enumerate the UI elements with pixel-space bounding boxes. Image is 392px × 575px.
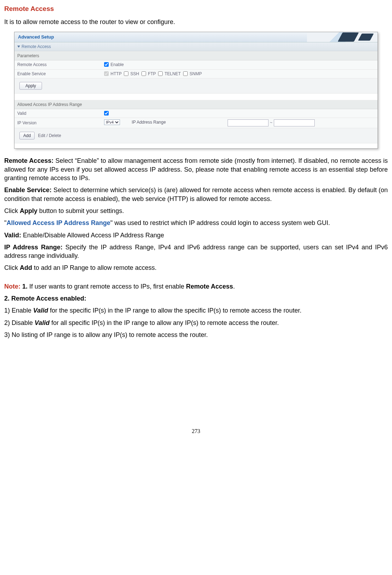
remote-access-row-label: Remote Access — [14, 60, 101, 69]
ip-version-row-label: IP Version — [14, 118, 101, 128]
note-2-item-3: 3) No listing of IP range is to allow an… — [4, 331, 388, 339]
enable-service-paragraph: Enable Service: Select to determine whic… — [4, 186, 388, 203]
edit-delete-link[interactable]: Edit / Delete — [38, 133, 61, 138]
table-row: Enable Service HTTP SSH FTP TELNET SNMP — [14, 69, 378, 78]
tilde-separator: ~ — [269, 120, 274, 125]
chevron-down-icon — [17, 46, 20, 48]
remote-access-section-header[interactable]: Remote Access — [14, 42, 378, 51]
ip-range-end-input[interactable] — [274, 119, 315, 126]
enable-label: Enable — [110, 62, 123, 67]
header-decoration — [307, 32, 378, 42]
add-button[interactable]: Add — [19, 132, 35, 140]
enable-service-options: HTTP SSH FTP TELNET SNMP — [101, 69, 378, 78]
router-screenshot: Advanced Setup Remote Access Parameters … — [14, 32, 378, 149]
apply-button[interactable]: Apply — [19, 82, 42, 90]
table-row: Add Edit / Delete — [14, 128, 378, 143]
note-2-item-2: 2) Disable Valid for all specific IP(s) … — [4, 319, 388, 327]
page-number: 273 — [4, 427, 388, 435]
ftp-label: FTP — [148, 71, 156, 76]
apply-paragraph: Click Apply button to submit your settin… — [4, 207, 388, 215]
note-2-item-1: 1) Enable Valid for the specific IP(s) i… — [4, 306, 388, 315]
parameters-header: Parameters — [14, 51, 378, 60]
add-paragraph: Click Add to add an IP Range to allow re… — [4, 263, 388, 272]
telnet-label: TELNET — [164, 71, 181, 76]
snmp-label: SNMP — [189, 71, 202, 76]
allowed-range-header: Allowed Access IP Address Range — [14, 100, 378, 109]
valid-paragraph: Valid: Enable/Disable Allowed Access IP … — [4, 231, 388, 239]
snmp-checkbox[interactable] — [183, 71, 188, 76]
ip-range-label: IP Address Range — [121, 120, 166, 125]
note-1: Note: 1. If user wants to grant remote a… — [4, 282, 388, 291]
parameters-table: Remote Access Enable Enable Service HTTP… — [14, 60, 378, 100]
telnet-checkbox[interactable] — [158, 71, 163, 76]
ssh-label: SSH — [130, 71, 139, 76]
http-label: HTTP — [110, 71, 121, 76]
allowed-range-paragraph: "Allowed Access IP Address Range" was us… — [4, 219, 388, 227]
table-row: Valid — [14, 109, 378, 118]
table-row: Remote Access Enable — [14, 60, 378, 69]
table-row: IP Version IPv4 IP Address Range ~ — [14, 118, 378, 128]
remote-access-enable-checkbox[interactable] — [104, 62, 109, 67]
ip-range-start-input[interactable] — [228, 119, 269, 126]
ssh-checkbox[interactable] — [124, 71, 128, 76]
allowed-range-table: Valid IP Version IPv4 IP Address Range ~… — [14, 109, 378, 143]
valid-row-label: Valid — [14, 109, 101, 118]
note-2-header: 2. Remote Access enabled: — [4, 294, 388, 303]
remote-access-paragraph: Remote Access: Select “Enable” to allow … — [4, 156, 388, 182]
intro-text: It is to allow remote access to the rout… — [4, 18, 388, 26]
valid-checkbox[interactable] — [104, 111, 109, 115]
ip-version-select[interactable]: IPv4 — [104, 119, 120, 125]
enable-service-row-label: Enable Service — [14, 69, 101, 78]
advanced-setup-bar: Advanced Setup — [14, 32, 378, 42]
advanced-setup-label: Advanced Setup — [18, 34, 54, 40]
section-title: Remote Access — [4, 4, 388, 13]
ip-range-paragraph: IP Address Range: Specify the IP address… — [4, 243, 388, 260]
table-row: Apply — [14, 78, 378, 93]
http-checkbox[interactable] — [104, 71, 109, 76]
ftp-checkbox[interactable] — [141, 71, 146, 76]
remote-access-header-text: Remote Access — [22, 44, 51, 49]
